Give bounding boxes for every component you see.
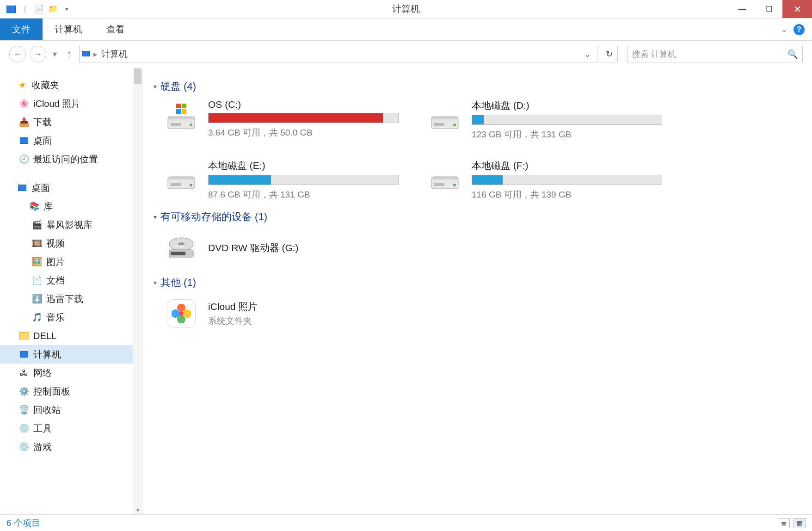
drive-stats: 116 GB 可用，共 139 GB: [472, 189, 662, 201]
tree-downloads[interactable]: 📥 下载: [0, 113, 143, 131]
drive-item[interactable]: 本地磁盘 (E:)87.6 GB 可用，共 131 GB: [163, 159, 399, 201]
tree-lib-music[interactable]: 🎵音乐: [0, 308, 143, 327]
tree-lib-video[interactable]: 🎞️视频: [0, 234, 143, 253]
search-input[interactable]: 搜索 计算机 🔍: [627, 46, 803, 62]
tree-desktop-fav[interactable]: 桌面: [0, 131, 143, 150]
tree-label: 收藏夹: [31, 79, 59, 92]
svg-rect-13: [168, 177, 195, 179]
ribbon-collapse-icon[interactable]: ⌄: [781, 25, 787, 34]
minimize-button[interactable]: —: [729, 0, 756, 18]
hard-drive-icon: [426, 159, 463, 196]
tree-label: 网络: [33, 367, 52, 379]
capacity-bar: [472, 115, 662, 125]
svg-point-6: [190, 123, 192, 126]
video-icon: 🎬: [31, 219, 43, 230]
view-details-button[interactable]: ≣: [778, 518, 790, 528]
tree-label: 音乐: [46, 311, 65, 324]
drive-item[interactable]: 本地磁盘 (D:)123 GB 可用，共 131 GB: [426, 99, 662, 141]
tree-desktop[interactable]: 桌面: [0, 179, 143, 197]
item-subtitle: 系统文件夹: [208, 315, 258, 327]
nav-forward-button[interactable]: →: [30, 46, 46, 62]
tree-tools[interactable]: 💿工具: [0, 419, 143, 438]
hard-drive-icon: [163, 159, 200, 196]
monitor-icon: [18, 135, 30, 146]
section-label: 硬盘 (4): [160, 80, 196, 93]
properties-icon[interactable]: 📄: [33, 4, 44, 15]
tree-label: 工具: [33, 422, 52, 435]
capacity-bar: [208, 175, 399, 185]
section-removable[interactable]: ▾ 有可移动存储的设备 (1): [154, 210, 802, 224]
address-dropdown-icon[interactable]: ⌄: [580, 49, 594, 59]
svg-point-18: [453, 184, 456, 186]
item-icloud-photos[interactable]: iCloud 照片 系统文件夹: [154, 295, 802, 332]
tree-dell[interactable]: DELL: [0, 327, 143, 345]
nav-up-button[interactable]: ↑: [63, 48, 75, 60]
tree-recent[interactable]: 🕘 最近访问的位置: [0, 150, 143, 168]
svg-rect-3: [182, 109, 186, 114]
capacity-bar: [208, 113, 399, 123]
tree-label: 回收站: [33, 404, 61, 416]
maximize-button[interactable]: ☐: [756, 0, 782, 18]
tree-label: iCloud 照片: [33, 98, 80, 110]
close-button[interactable]: ✕: [782, 0, 812, 18]
tree-computer[interactable]: 计算机: [0, 345, 143, 364]
qat-dropdown-icon[interactable]: ▾: [61, 4, 72, 15]
tree-lib-pictures[interactable]: 🖼️图片: [0, 253, 143, 271]
drive-dvd[interactable]: DVD DVD RW 驱动器 (G:): [154, 229, 802, 266]
item-name: iCloud 照片: [208, 300, 258, 313]
drive-stats: 123 GB 可用，共 131 GB: [472, 129, 662, 141]
control-panel-icon: ⚙️: [18, 386, 30, 397]
svg-rect-15: [171, 183, 181, 186]
navigation-bar: ← → ▾ ↑ ▸ 计算机 ⌄ ↻ 搜索 计算机 🔍: [0, 41, 812, 68]
address-bar[interactable]: ▸ 计算机 ⌄: [79, 46, 597, 62]
status-bar: 6 个项目 ≣ ▦: [0, 514, 812, 531]
svg-rect-5: [168, 117, 195, 119]
tree-library[interactable]: 📚 库: [0, 197, 143, 216]
section-other[interactable]: ▾ 其他 (1): [154, 276, 802, 290]
nav-back-button[interactable]: ←: [9, 46, 26, 62]
content-pane: ▾ 硬盘 (4) OS (C:)3.64 GB 可用，共 50.0 GB本地磁盘…: [143, 68, 812, 514]
tab-computer[interactable]: 计算机: [43, 19, 94, 40]
tree-recycle-bin[interactable]: 🗑️回收站: [0, 401, 143, 419]
tree-favorites[interactable]: ★ 收藏夹: [0, 76, 143, 94]
scrollbar-thumb[interactable]: [134, 68, 141, 84]
search-placeholder: 搜索 计算机: [632, 49, 676, 60]
help-icon[interactable]: ?: [794, 24, 805, 35]
refresh-button[interactable]: ↻: [601, 46, 618, 62]
tree-lib-baofeng[interactable]: 🎬暴风影视库: [0, 216, 143, 234]
tree-label: 库: [43, 200, 53, 213]
nav-history-dropdown[interactable]: ▾: [50, 46, 59, 62]
tab-file[interactable]: 文件: [0, 19, 43, 40]
tree-label: DELL: [33, 331, 56, 341]
drive-item[interactable]: OS (C:)3.64 GB 可用，共 50.0 GB: [163, 99, 399, 141]
drive-stats: 87.6 GB 可用，共 131 GB: [208, 189, 399, 201]
breadcrumb-item[interactable]: 计算机: [101, 48, 128, 60]
computer-icon: [6, 4, 17, 15]
tree-lib-thunder[interactable]: ⬇️迅雷下载: [0, 290, 143, 308]
breadcrumb-sep-icon: ▸: [93, 49, 98, 59]
folder-down-icon: 📥: [18, 117, 30, 128]
collapse-icon[interactable]: ▾: [154, 279, 157, 286]
tree-lib-docs[interactable]: 📄文档: [0, 271, 143, 290]
photos-icon: 🌸: [18, 98, 30, 109]
collapse-icon[interactable]: ▾: [154, 83, 157, 90]
address-computer-icon: [82, 49, 90, 59]
scrollbar-down-icon[interactable]: ▾: [133, 507, 143, 513]
section-hard-disk[interactable]: ▾ 硬盘 (4): [154, 80, 802, 93]
tree-label: 桌面: [31, 182, 50, 194]
navigation-tree: ▾ ★ 收藏夹 🌸 iCloud 照片 📥 下载 桌面 🕘 最近访: [0, 68, 143, 514]
sidebar-scrollbar[interactable]: ▾: [133, 68, 143, 514]
drive-item[interactable]: 本地磁盘 (F:)116 GB 可用，共 139 GB: [426, 159, 662, 201]
tree-icloud-photos[interactable]: 🌸 iCloud 照片: [0, 94, 143, 113]
tree-network[interactable]: 🖧网络: [0, 364, 143, 382]
tree-games[interactable]: 💿游戏: [0, 438, 143, 456]
folder-icon[interactable]: 📁: [47, 4, 58, 15]
item-name: DVD RW 驱动器 (G:): [208, 241, 299, 254]
tree-control-panel[interactable]: ⚙️控制面板: [0, 382, 143, 401]
collapse-icon[interactable]: ▾: [154, 213, 157, 221]
svg-rect-7: [171, 123, 181, 126]
quick-access-toolbar: | 📄 📁 ▾: [0, 4, 72, 15]
svg-rect-2: [176, 109, 181, 114]
tab-view[interactable]: 查看: [94, 19, 137, 40]
view-tiles-button[interactable]: ▦: [794, 518, 806, 528]
